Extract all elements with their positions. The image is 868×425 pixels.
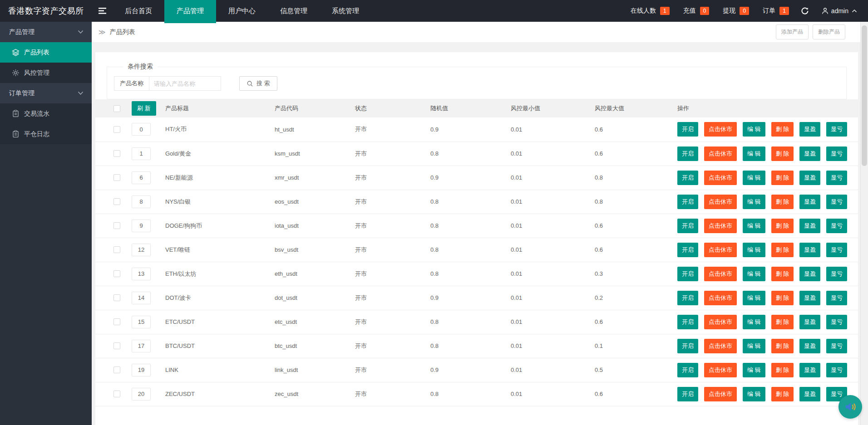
open-market-button[interactable]: 开启 xyxy=(677,122,698,137)
show-profit-button[interactable]: 显盈 xyxy=(799,195,820,209)
show-loss-button[interactable]: 显亏 xyxy=(826,339,847,353)
delete-button[interactable]: 删 除 xyxy=(771,363,794,377)
edit-button[interactable]: 编 辑 xyxy=(743,195,765,209)
open-market-button[interactable]: 开启 xyxy=(677,243,698,257)
delete-button[interactable]: 删 除 xyxy=(771,243,794,257)
stat-orders[interactable]: 订单 1 xyxy=(763,7,789,15)
row-checkbox[interactable] xyxy=(113,246,120,253)
sidebar-group-order-management[interactable]: 订单管理 xyxy=(0,83,92,103)
row-checkbox[interactable] xyxy=(113,198,120,205)
product-name-input[interactable] xyxy=(149,76,221,91)
delete-button[interactable]: 删 除 xyxy=(771,339,794,353)
product-id-box[interactable]: 1 xyxy=(132,147,151,160)
show-loss-button[interactable]: 显亏 xyxy=(826,195,847,209)
close-market-button[interactable]: 点击休市 xyxy=(704,171,737,185)
show-loss-button[interactable]: 显亏 xyxy=(826,363,847,377)
row-checkbox[interactable] xyxy=(113,294,120,301)
vertical-scrollbar[interactable] xyxy=(860,22,868,425)
sidebar-item-risk-management[interactable]: 风控管理 xyxy=(0,63,92,83)
edit-button[interactable]: 编 辑 xyxy=(743,171,765,185)
product-id-box[interactable]: 0 xyxy=(132,123,151,136)
sidebar-group-product-management[interactable]: 产品管理 xyxy=(0,22,92,42)
edit-button[interactable]: 编 辑 xyxy=(743,291,765,305)
edit-button[interactable]: 编 辑 xyxy=(743,243,765,257)
open-market-button[interactable]: 开启 xyxy=(677,315,698,329)
edit-button[interactable]: 编 辑 xyxy=(743,363,765,377)
show-loss-button[interactable]: 显亏 xyxy=(826,267,847,281)
delete-button[interactable]: 删 除 xyxy=(771,147,794,161)
open-market-button[interactable]: 开启 xyxy=(677,291,698,305)
delete-button[interactable]: 删 除 xyxy=(771,387,794,401)
product-id-box[interactable]: 14 xyxy=(132,292,151,304)
open-market-button[interactable]: 开启 xyxy=(677,171,698,185)
close-market-button[interactable]: 点击休市 xyxy=(704,267,737,281)
row-checkbox[interactable] xyxy=(113,366,120,373)
delete-button[interactable]: 删 除 xyxy=(771,171,794,185)
show-loss-button[interactable]: 显亏 xyxy=(826,315,847,329)
hamburger-menu-icon[interactable] xyxy=(92,0,113,22)
edit-button[interactable]: 编 辑 xyxy=(743,122,765,137)
open-market-button[interactable]: 开启 xyxy=(677,219,698,233)
stat-withdraw[interactable]: 提现 0 xyxy=(723,7,749,15)
sound-announcement-button[interactable] xyxy=(838,395,862,419)
refresh-table-button[interactable]: 刷 新 xyxy=(132,101,156,116)
stat-online-users[interactable]: 在线人数 1 xyxy=(631,7,670,15)
sidebar-item-close-position-log[interactable]: 平仓日志 xyxy=(0,124,92,144)
show-profit-button[interactable]: 显盈 xyxy=(799,122,820,137)
close-market-button[interactable]: 点击休市 xyxy=(704,243,737,257)
tab-user-center[interactable]: 用户中心 xyxy=(216,0,268,22)
scrollbar-thumb[interactable] xyxy=(862,25,867,166)
edit-button[interactable]: 编 辑 xyxy=(743,387,765,401)
show-loss-button[interactable]: 显亏 xyxy=(826,291,847,305)
show-profit-button[interactable]: 显盈 xyxy=(799,363,820,377)
show-profit-button[interactable]: 显盈 xyxy=(799,267,820,281)
open-market-button[interactable]: 开启 xyxy=(677,363,698,377)
open-market-button[interactable]: 开启 xyxy=(677,387,698,401)
user-menu[interactable]: admin xyxy=(822,7,861,15)
row-checkbox[interactable] xyxy=(113,318,120,325)
product-id-box[interactable]: 12 xyxy=(132,244,151,256)
delete-button[interactable]: 删 除 xyxy=(771,219,794,233)
row-checkbox[interactable] xyxy=(113,222,120,229)
edit-button[interactable]: 编 辑 xyxy=(743,147,765,161)
show-loss-button[interactable]: 显亏 xyxy=(826,147,847,161)
close-market-button[interactable]: 点击休市 xyxy=(704,195,737,209)
product-id-box[interactable]: 9 xyxy=(132,220,151,232)
product-id-box[interactable]: 19 xyxy=(132,364,151,376)
close-market-button[interactable]: 点击休市 xyxy=(704,339,737,353)
product-id-box[interactable]: 15 xyxy=(132,316,151,328)
delete-button[interactable]: 删 除 xyxy=(771,195,794,209)
edit-button[interactable]: 编 辑 xyxy=(743,219,765,233)
product-id-box[interactable]: 20 xyxy=(132,388,151,401)
product-id-box[interactable]: 17 xyxy=(132,340,151,352)
close-market-button[interactable]: 点击休市 xyxy=(704,291,737,305)
product-id-box[interactable]: 8 xyxy=(132,195,151,208)
row-checkbox[interactable] xyxy=(113,391,120,397)
edit-button[interactable]: 编 辑 xyxy=(743,315,765,329)
delete-button[interactable]: 删 除 xyxy=(771,267,794,281)
product-id-box[interactable]: 13 xyxy=(132,268,151,280)
close-market-button[interactable]: 点击休市 xyxy=(704,219,737,233)
show-profit-button[interactable]: 显盈 xyxy=(799,315,820,329)
sidebar-item-trade-flow[interactable]: 交易流水 xyxy=(0,103,92,124)
product-id-box[interactable]: 6 xyxy=(132,171,151,184)
close-market-button[interactable]: 点击休市 xyxy=(704,147,737,161)
show-loss-button[interactable]: 显亏 xyxy=(826,219,847,233)
show-loss-button[interactable]: 显亏 xyxy=(826,243,847,257)
show-profit-button[interactable]: 显盈 xyxy=(799,147,820,161)
show-loss-button[interactable]: 显亏 xyxy=(826,171,847,185)
row-checkbox[interactable] xyxy=(113,174,120,181)
tab-dashboard[interactable]: 后台首页 xyxy=(113,0,164,22)
select-all-checkbox[interactable] xyxy=(113,105,120,112)
open-market-button[interactable]: 开启 xyxy=(677,147,698,161)
search-button[interactable]: 搜 索 xyxy=(239,76,277,91)
close-market-button[interactable]: 点击休市 xyxy=(704,122,737,137)
row-checkbox[interactable] xyxy=(113,342,120,349)
open-market-button[interactable]: 开启 xyxy=(677,195,698,209)
row-checkbox[interactable] xyxy=(113,270,120,277)
close-market-button[interactable]: 点击休市 xyxy=(704,315,737,329)
tab-info-management[interactable]: 信息管理 xyxy=(268,0,320,22)
show-profit-button[interactable]: 显盈 xyxy=(799,219,820,233)
close-market-button[interactable]: 点击休市 xyxy=(704,363,737,377)
refresh-page-button[interactable] xyxy=(801,7,809,15)
